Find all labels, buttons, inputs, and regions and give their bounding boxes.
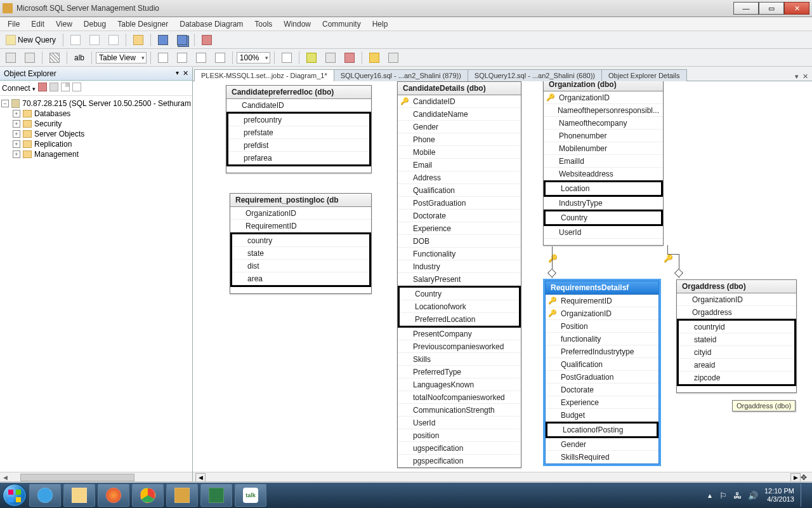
tree-node-management[interactable]: + Management [1,149,191,159]
tray-clock[interactable]: 12:10 PM 4/3/2013 [764,487,794,504]
toolbar-btn-2[interactable] [86,33,103,47]
stop-button[interactable] [49,83,58,93]
recalc-button[interactable] [174,51,190,65]
taskbar-chrome[interactable] [132,484,164,507]
tab-sqlquery12[interactable]: SQLQuery12.sql - ...an2_Shalini (680)) [468,69,602,81]
table-candidatepreferredloc[interactable]: Candidatepreferredloc (dbo) CandidateID … [226,85,372,173]
table-requirementsdetails[interactable]: RequirementsDetailsf 🔑RequirementID🔑Orga… [545,281,659,464]
menu-edit[interactable]: Edit [26,18,49,30]
tray-overflow-icon[interactable]: ▲ [707,492,713,499]
table-organization[interactable]: Organization (dbo) 🔑OrganizationIDNameof… [543,81,664,246]
pan-icon[interactable]: ✥ [801,473,809,482]
taskbar-excel[interactable] [200,484,232,507]
expand-icon[interactable]: + [13,140,20,148]
menu-help[interactable]: Help [367,18,393,30]
start-button[interactable] [3,484,27,507]
add-table-button[interactable] [22,51,38,65]
arrange-button[interactable] [212,51,228,65]
new-table-button[interactable] [3,51,19,65]
refresh-button[interactable] [72,83,81,93]
taskbar-gtalk[interactable]: talk [235,484,266,507]
show-desktop-button[interactable] [801,484,806,507]
menu-tools[interactable]: Tools [249,18,277,30]
scroll-left-icon[interactable]: ◀ [195,473,206,482]
table-column: Gender [398,121,521,133]
scrollbar-thumb[interactable] [20,474,134,481]
tab-sqlquery16[interactable]: SQLQuery16.sql - ...an2_Shalini (879)) [334,69,468,81]
tab-object-explorer-details[interactable]: Object Explorer Details [601,69,687,81]
table-column: CandidateID [226,99,371,112]
table-column: prefdist [228,139,369,152]
expand-icon[interactable]: + [13,110,20,117]
expand-icon[interactable]: + [13,130,20,138]
maximize-button[interactable]: ▭ [759,2,784,15]
open-button[interactable] [130,33,147,47]
table-column: 🔑CandidateID [398,95,521,108]
tree-node-databases[interactable]: + Databases [1,109,191,119]
pagebreak-button[interactable] [155,51,171,65]
menu-view[interactable]: View [51,18,77,30]
toolbar-btn-activity[interactable] [199,33,215,47]
disconnect-button[interactable] [38,83,47,93]
table-column: Functionality [398,248,521,260]
collapse-icon[interactable]: − [1,100,9,107]
relation-button[interactable] [46,51,63,65]
folder-icon [23,140,32,148]
table-column: Phonenumber [544,130,663,142]
expand-icon[interactable]: + [13,120,20,128]
tab-close-icon[interactable]: ✕ [802,72,808,81]
tray-volume-icon[interactable]: 🔊 [748,491,758,500]
tree-node-security[interactable]: + Security [1,119,191,129]
filter-button[interactable] [61,83,70,93]
zoom-combo[interactable]: 100% [237,52,270,64]
pane-close-icon[interactable]: ✕ [183,69,188,78]
taskbar-ssms[interactable] [166,484,198,507]
tree-node-replication[interactable]: + Replication [1,139,191,149]
script-button[interactable] [278,51,295,65]
table-column: Skills [398,353,521,366]
taskbar-firefox[interactable] [98,484,129,507]
menu-file[interactable]: File [3,18,25,30]
new-query-button[interactable]: New Query [3,33,59,47]
tray-network-icon[interactable]: 🖧 [733,491,742,500]
connect-button[interactable]: Connect ▾ [2,84,36,93]
table-column: Experience [546,396,658,409]
pane-dropdown-icon[interactable]: ▾ [176,69,179,78]
alb-button[interactable]: alb [71,51,88,64]
save-all-button[interactable] [174,33,190,47]
tray-flag-icon[interactable]: ⚐ [719,491,727,500]
table-requirement-postingloc[interactable]: Requirement_postingloc (db OrganizationI… [230,193,372,294]
menu-window[interactable]: Window [278,18,316,30]
folder-icon [23,150,32,158]
database-diagram-canvas[interactable]: Candidatepreferredloc (dbo) CandidateID … [193,81,812,483]
taskbar-explorer[interactable] [63,484,95,507]
expand-icon[interactable]: + [13,150,20,158]
tab-diagram[interactable]: PLESK-MSSQL1.set...jobz - Diagram_1* [194,69,334,81]
window-titlebar: Microsoft SQL Server Management Studio —… [0,0,812,17]
menu-table-designer[interactable]: Table Designer [112,18,173,30]
table-candidatedetails[interactable]: CandidateDetails (dbo) 🔑CandidateIDCandi… [397,81,521,468]
save-button[interactable] [155,33,171,47]
tree-node-server-objects[interactable]: + Server Objects [1,129,191,139]
new-annotation-button[interactable] [303,51,320,65]
object-explorer-tree[interactable]: − 70.87.28.215 (SQL Server 10.50.2500 - … [0,96,192,472]
set-pk-button[interactable] [366,51,383,65]
menu-database-diagram[interactable]: Database Diagram [174,18,248,30]
tab-dropdown-icon[interactable]: ▾ [795,72,799,81]
tree-server-node[interactable]: − 70.87.28.215 (SQL Server 10.50.2500 - … [1,98,191,109]
delete-button[interactable] [341,51,358,65]
taskbar-ie[interactable] [29,484,61,507]
minimize-button[interactable]: — [733,2,759,15]
windows-taskbar: talk ▲ ⚐ 🖧 🔊 12:10 PM 4/3/2013 [0,483,812,508]
autosize-button[interactable] [193,51,209,65]
add-related-button[interactable] [322,51,339,65]
toolbar-btn-1[interactable] [67,33,84,47]
menu-debug[interactable]: Debug [79,18,111,30]
close-button[interactable]: ✕ [784,2,809,15]
table-orgaddress[interactable]: Orgaddress (dbo) OrganizationIDOrgaddres… [676,279,797,393]
table-view-combo[interactable]: Table View [96,52,147,64]
menu-community[interactable]: Community [317,18,366,30]
scroll-right-icon[interactable]: ▶ [790,473,801,482]
toolbar-btn-3[interactable] [105,33,122,47]
manage-keys-button[interactable] [385,51,402,65]
